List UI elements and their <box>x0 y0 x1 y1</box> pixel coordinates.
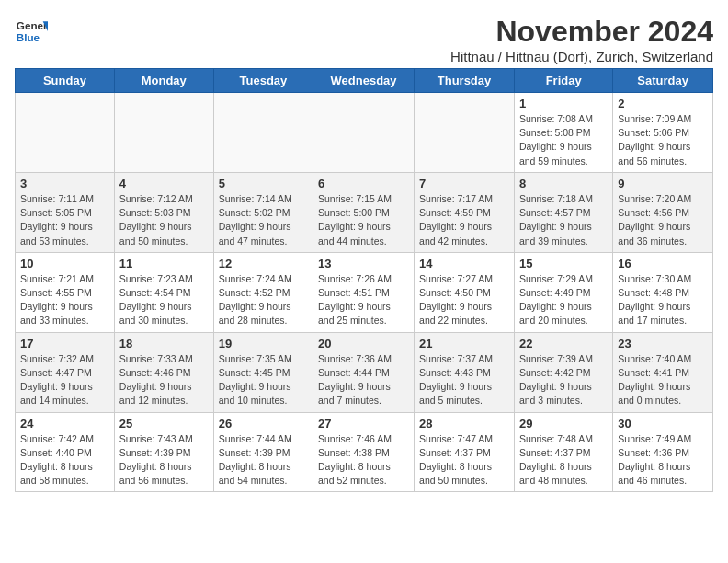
table-row: 30Sunrise: 7:49 AM Sunset: 4:36 PM Dayli… <box>613 412 713 492</box>
day-number: 23 <box>618 337 708 350</box>
table-row: 28Sunrise: 7:47 AM Sunset: 4:37 PM Dayli… <box>415 412 515 492</box>
day-number: 24 <box>20 417 109 431</box>
day-number: 26 <box>219 417 308 431</box>
col-wednesday: Wednesday <box>313 69 415 93</box>
day-info: Sunrise: 7:15 AM Sunset: 5:00 PM Dayligh… <box>318 192 409 248</box>
table-row: 24Sunrise: 7:42 AM Sunset: 4:40 PM Dayli… <box>16 412 115 492</box>
table-row: 9Sunrise: 7:20 AM Sunset: 4:56 PM Daylig… <box>613 172 713 252</box>
day-number: 9 <box>618 177 708 190</box>
day-info: Sunrise: 7:27 AM Sunset: 4:50 PM Dayligh… <box>419 272 509 328</box>
col-monday: Monday <box>114 69 213 93</box>
day-info: Sunrise: 7:36 AM Sunset: 4:44 PM Dayligh… <box>318 352 409 408</box>
table-row: 1Sunrise: 7:08 AM Sunset: 5:08 PM Daylig… <box>514 93 612 173</box>
table-row: 3Sunrise: 7:11 AM Sunset: 5:05 PM Daylig… <box>16 172 115 252</box>
table-row <box>213 93 313 173</box>
day-number: 15 <box>519 257 608 270</box>
table-row: 7Sunrise: 7:17 AM Sunset: 4:59 PM Daylig… <box>415 172 515 252</box>
day-number: 25 <box>119 417 209 431</box>
day-info: Sunrise: 7:49 AM Sunset: 4:36 PM Dayligh… <box>618 432 708 488</box>
calendar-row: 3Sunrise: 7:11 AM Sunset: 5:05 PM Daylig… <box>16 172 713 252</box>
day-number: 5 <box>219 177 308 190</box>
day-info: Sunrise: 7:37 AM Sunset: 4:43 PM Dayligh… <box>419 352 509 408</box>
calendar-row: 10Sunrise: 7:21 AM Sunset: 4:55 PM Dayli… <box>16 252 713 332</box>
day-number: 7 <box>419 177 509 190</box>
day-number: 11 <box>119 257 209 270</box>
day-number: 3 <box>20 177 109 190</box>
day-info: Sunrise: 7:24 AM Sunset: 4:52 PM Dayligh… <box>219 272 308 328</box>
table-row: 21Sunrise: 7:37 AM Sunset: 4:43 PM Dayli… <box>415 332 515 412</box>
page-subtitle: Hittnau / Hittnau (Dorf), Zurich, Switze… <box>450 49 713 64</box>
table-row: 8Sunrise: 7:18 AM Sunset: 4:57 PM Daylig… <box>514 172 612 252</box>
day-info: Sunrise: 7:46 AM Sunset: 4:38 PM Dayligh… <box>318 432 409 488</box>
day-number: 20 <box>318 337 409 350</box>
title-block: November 2024 Hittnau / Hittnau (Dorf), … <box>450 15 713 64</box>
day-info: Sunrise: 7:11 AM Sunset: 5:05 PM Dayligh… <box>20 192 109 248</box>
logo: General Blue <box>15 15 48 48</box>
day-info: Sunrise: 7:39 AM Sunset: 4:42 PM Dayligh… <box>519 352 608 408</box>
day-info: Sunrise: 7:12 AM Sunset: 5:03 PM Dayligh… <box>119 192 209 248</box>
day-number: 12 <box>219 257 308 270</box>
table-row: 5Sunrise: 7:14 AM Sunset: 5:02 PM Daylig… <box>213 172 313 252</box>
svg-text:General: General <box>17 19 48 31</box>
day-info: Sunrise: 7:47 AM Sunset: 4:37 PM Dayligh… <box>419 432 509 488</box>
table-row <box>415 93 515 173</box>
day-number: 29 <box>519 417 608 431</box>
day-number: 17 <box>20 337 109 350</box>
calendar-row: 1Sunrise: 7:08 AM Sunset: 5:08 PM Daylig… <box>16 93 713 173</box>
table-row: 23Sunrise: 7:40 AM Sunset: 4:41 PM Dayli… <box>613 332 713 412</box>
calendar-header-row: Sunday Monday Tuesday Wednesday Thursday… <box>16 69 713 93</box>
table-row: 17Sunrise: 7:32 AM Sunset: 4:47 PM Dayli… <box>16 332 115 412</box>
day-number: 10 <box>20 257 109 270</box>
table-row: 27Sunrise: 7:46 AM Sunset: 4:38 PM Dayli… <box>313 412 415 492</box>
day-info: Sunrise: 7:33 AM Sunset: 4:46 PM Dayligh… <box>119 352 209 408</box>
day-number: 30 <box>618 417 708 431</box>
col-thursday: Thursday <box>415 69 515 93</box>
day-number: 21 <box>419 337 509 350</box>
day-info: Sunrise: 7:18 AM Sunset: 4:57 PM Dayligh… <box>519 192 608 248</box>
day-info: Sunrise: 7:32 AM Sunset: 4:47 PM Dayligh… <box>20 352 109 408</box>
day-info: Sunrise: 7:42 AM Sunset: 4:40 PM Dayligh… <box>20 432 109 488</box>
day-info: Sunrise: 7:30 AM Sunset: 4:48 PM Dayligh… <box>618 272 708 328</box>
table-row: 26Sunrise: 7:44 AM Sunset: 4:39 PM Dayli… <box>213 412 313 492</box>
calendar-row: 17Sunrise: 7:32 AM Sunset: 4:47 PM Dayli… <box>16 332 713 412</box>
day-info: Sunrise: 7:44 AM Sunset: 4:39 PM Dayligh… <box>219 432 308 488</box>
calendar-row: 24Sunrise: 7:42 AM Sunset: 4:40 PM Dayli… <box>16 412 713 492</box>
col-sunday: Sunday <box>16 69 115 93</box>
day-number: 27 <box>318 417 409 431</box>
day-number: 16 <box>618 257 708 270</box>
table-row: 18Sunrise: 7:33 AM Sunset: 4:46 PM Dayli… <box>114 332 213 412</box>
table-row: 15Sunrise: 7:29 AM Sunset: 4:49 PM Dayli… <box>514 252 612 332</box>
day-number: 18 <box>119 337 209 350</box>
table-row: 11Sunrise: 7:23 AM Sunset: 4:54 PM Dayli… <box>114 252 213 332</box>
table-row: 6Sunrise: 7:15 AM Sunset: 5:00 PM Daylig… <box>313 172 415 252</box>
day-info: Sunrise: 7:35 AM Sunset: 4:45 PM Dayligh… <box>219 352 308 408</box>
table-row: 13Sunrise: 7:26 AM Sunset: 4:51 PM Dayli… <box>313 252 415 332</box>
day-info: Sunrise: 7:23 AM Sunset: 4:54 PM Dayligh… <box>119 272 209 328</box>
day-number: 6 <box>318 177 409 190</box>
day-info: Sunrise: 7:21 AM Sunset: 4:55 PM Dayligh… <box>20 272 109 328</box>
day-number: 19 <box>219 337 308 350</box>
col-saturday: Saturday <box>613 69 713 93</box>
table-row: 29Sunrise: 7:48 AM Sunset: 4:37 PM Dayli… <box>514 412 612 492</box>
table-row: 16Sunrise: 7:30 AM Sunset: 4:48 PM Dayli… <box>613 252 713 332</box>
col-friday: Friday <box>514 69 612 93</box>
day-number: 22 <box>519 337 608 350</box>
page-title: November 2024 <box>450 15 713 49</box>
col-tuesday: Tuesday <box>213 69 313 93</box>
table-row: 25Sunrise: 7:43 AM Sunset: 4:39 PM Dayli… <box>114 412 213 492</box>
table-row: 10Sunrise: 7:21 AM Sunset: 4:55 PM Dayli… <box>16 252 115 332</box>
table-row <box>16 93 115 173</box>
table-row: 20Sunrise: 7:36 AM Sunset: 4:44 PM Dayli… <box>313 332 415 412</box>
day-info: Sunrise: 7:26 AM Sunset: 4:51 PM Dayligh… <box>318 272 409 328</box>
day-info: Sunrise: 7:09 AM Sunset: 5:06 PM Dayligh… <box>618 112 708 168</box>
day-info: Sunrise: 7:43 AM Sunset: 4:39 PM Dayligh… <box>119 432 209 488</box>
day-info: Sunrise: 7:20 AM Sunset: 4:56 PM Dayligh… <box>618 192 708 248</box>
day-info: Sunrise: 7:14 AM Sunset: 5:02 PM Dayligh… <box>219 192 308 248</box>
table-row: 19Sunrise: 7:35 AM Sunset: 4:45 PM Dayli… <box>213 332 313 412</box>
svg-text:Blue: Blue <box>17 31 40 43</box>
day-number: 8 <box>519 177 608 190</box>
day-number: 28 <box>419 417 509 431</box>
table-row <box>114 93 213 173</box>
table-row: 2Sunrise: 7:09 AM Sunset: 5:06 PM Daylig… <box>613 93 713 173</box>
table-row: 12Sunrise: 7:24 AM Sunset: 4:52 PM Dayli… <box>213 252 313 332</box>
